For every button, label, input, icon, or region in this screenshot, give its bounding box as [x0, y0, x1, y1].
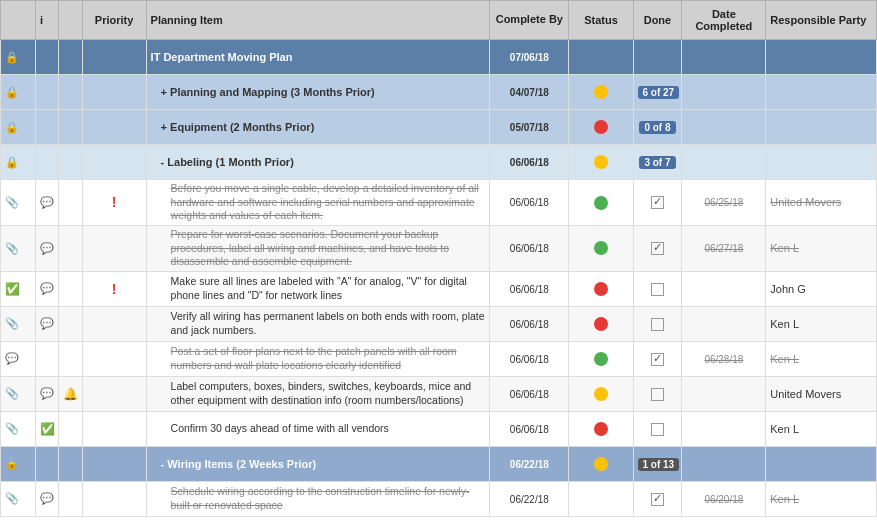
done-checkbox-checked[interactable] [651, 353, 664, 366]
done-checkbox-unchecked[interactable] [651, 423, 664, 436]
status-dot-green [594, 241, 608, 255]
cell-priority [82, 145, 146, 180]
cell-done: 0 of 8 [633, 110, 682, 145]
cell-icon1: ✅ [1, 271, 36, 306]
complete-date: 06/06/18 [510, 284, 549, 295]
cell-icon3 [59, 180, 82, 226]
table-row: 📎 💬 🔔 Label computers, boxes, binders, s… [1, 376, 877, 411]
planning-text: Before you move a single cable, develop … [171, 182, 479, 221]
cell-icon1: 🔒 [1, 75, 36, 110]
section-title: IT Department Moving Plan [151, 51, 293, 63]
status-dot-green [594, 352, 608, 366]
cell-icon2 [35, 110, 58, 145]
cell-icon2 [35, 40, 58, 75]
col-header-date: Date Completed [682, 1, 766, 40]
cell-priority [82, 446, 146, 481]
cell-status [569, 411, 633, 446]
cell-icon2: 💬 [35, 481, 58, 516]
cell-responsible [766, 75, 877, 110]
done-checkbox-checked[interactable] [651, 242, 664, 255]
status-dot-yellow [594, 457, 608, 471]
attach-icon: 📎 [5, 317, 19, 329]
cell-icon3 [59, 145, 82, 180]
responsible-text: John G [770, 283, 805, 295]
lock-icon: 🔒 [5, 156, 19, 168]
check-green-icon: ✅ [40, 422, 55, 436]
cell-icon1: 📎 [1, 225, 36, 271]
cell-date: 06/20/18 [682, 481, 766, 516]
planning-text: Schedule wiring according to the constru… [171, 485, 470, 511]
cell-status [569, 180, 633, 226]
cell-icon3 [59, 271, 82, 306]
cell-complete: 04/07/18 [490, 75, 569, 110]
cell-icon1: 📎 [1, 180, 36, 226]
status-dot-yellow [594, 387, 608, 401]
cell-icon3 [59, 481, 82, 516]
done-checkbox-unchecked[interactable] [651, 388, 664, 401]
done-checkbox-checked[interactable] [651, 493, 664, 506]
cell-icon2: 💬 [35, 225, 58, 271]
done-checkbox-checked[interactable] [651, 196, 664, 209]
cell-done [633, 481, 682, 516]
attach-icon: 📎 [5, 492, 19, 504]
cell-responsible [766, 110, 877, 145]
lock-icon: 🔒 [5, 86, 19, 98]
cell-responsible: Ken L [766, 341, 877, 376]
cell-responsible: United Movers [766, 180, 877, 226]
status-dot-red [594, 317, 608, 331]
cell-complete: 06/06/18 [490, 225, 569, 271]
complete-date: 06/06/18 [510, 389, 549, 400]
cell-icon1: 📎 [1, 376, 36, 411]
comment-icon: 💬 [40, 317, 54, 329]
cell-date [682, 446, 766, 481]
cell-status [569, 271, 633, 306]
check-green-icon: ✅ [5, 282, 20, 296]
cell-icon2 [35, 75, 58, 110]
col-header-complete: Complete By [490, 1, 569, 40]
cell-icon2: 💬 [35, 306, 58, 341]
cell-icon1: 🔒 [1, 145, 36, 180]
cell-priority [82, 481, 146, 516]
cell-icon1: 🔒 [1, 110, 36, 145]
cell-complete: 06/06/18 [490, 341, 569, 376]
complete-date: 06/22/18 [510, 459, 549, 470]
done-checkbox-unchecked[interactable] [651, 283, 664, 296]
cell-date: 06/28/18 [682, 341, 766, 376]
cell-priority [82, 75, 146, 110]
cell-status [569, 110, 633, 145]
cell-complete: 06/06/18 [490, 180, 569, 226]
cell-date: 06/27/18 [682, 225, 766, 271]
responsible-text: United Movers [770, 196, 841, 208]
cell-date [682, 271, 766, 306]
table-row: 🔒 - Wiring Items (2 Weeks Prior) 06/22/1… [1, 446, 877, 481]
cell-status [569, 446, 633, 481]
cell-date [682, 411, 766, 446]
cell-icon2 [35, 341, 58, 376]
cell-icon3 [59, 110, 82, 145]
comment-icon: 💬 [40, 282, 54, 294]
status-dot-yellow [594, 85, 608, 99]
complete-date: 07/06/18 [510, 52, 549, 63]
cell-planning: Confirm 30 days ahead of time with all v… [146, 411, 490, 446]
cell-priority [82, 411, 146, 446]
complete-date: 04/07/18 [510, 87, 549, 98]
done-checkbox-unchecked[interactable] [651, 318, 664, 331]
planning-text: Prepare for worst-case scenarios. Docume… [171, 228, 449, 267]
cell-responsible: Ken L [766, 225, 877, 271]
col-header-icon3 [59, 1, 82, 40]
responsible-text: United Movers [770, 388, 841, 400]
cell-complete: 06/06/18 [490, 411, 569, 446]
cell-icon1: 📎 [1, 411, 36, 446]
cell-date [682, 110, 766, 145]
cell-icon1: 📎 [1, 306, 36, 341]
cell-date [682, 306, 766, 341]
planning-text: Verify all wiring has permanent labels o… [171, 310, 485, 336]
status-dot-red [594, 120, 608, 134]
cell-planning: Prepare for worst-case scenarios. Docume… [146, 225, 490, 271]
status-dot-red [594, 422, 608, 436]
cell-planning: IT Department Moving Plan [146, 40, 490, 75]
cell-complete: 06/06/18 [490, 376, 569, 411]
cell-done: 3 of 7 [633, 145, 682, 180]
planning-text: Make sure all lines are labeled with "A"… [171, 275, 467, 301]
cell-icon1: 🔒 [1, 40, 36, 75]
